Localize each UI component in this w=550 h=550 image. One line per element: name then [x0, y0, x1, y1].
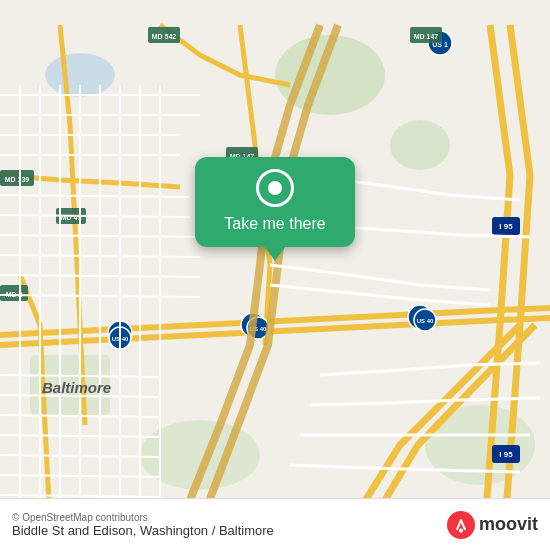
svg-text:US 40: US 40	[417, 318, 434, 324]
popup-tail	[265, 247, 285, 261]
svg-text:I 95: I 95	[499, 450, 513, 459]
attribution-text: © OpenStreetMap contributors	[12, 512, 274, 523]
moovit-icon	[447, 511, 475, 539]
svg-text:I 95: I 95	[499, 222, 513, 231]
bottom-bar: © OpenStreetMap contributors Biddle St a…	[0, 498, 550, 550]
map-container: US US I 95 I 95 US 1 MD 542 MD 147 MD 14…	[0, 0, 550, 550]
bottom-left: © OpenStreetMap contributors Biddle St a…	[12, 512, 274, 538]
svg-point-62	[447, 511, 475, 539]
svg-point-2	[390, 120, 450, 170]
pin-center	[268, 181, 282, 195]
location-pin-icon	[256, 169, 294, 207]
svg-text:MD 542: MD 542	[152, 33, 177, 40]
moovit-logo: moovit	[447, 511, 538, 539]
popup-box[interactable]: Take me there	[195, 157, 355, 247]
map-roads: US US I 95 I 95 US 1 MD 542 MD 147 MD 14…	[0, 0, 550, 550]
svg-point-63	[459, 528, 463, 532]
popup-label[interactable]: Take me there	[224, 215, 325, 233]
svg-text:Baltimore: Baltimore	[42, 379, 111, 396]
moovit-brand-name: moovit	[479, 514, 538, 535]
location-label: Biddle St and Edison, Washington / Balti…	[12, 523, 274, 538]
map-popup[interactable]: Take me there	[195, 157, 355, 261]
svg-text:MD 139: MD 139	[5, 176, 30, 183]
svg-text:MD 147: MD 147	[414, 33, 439, 40]
